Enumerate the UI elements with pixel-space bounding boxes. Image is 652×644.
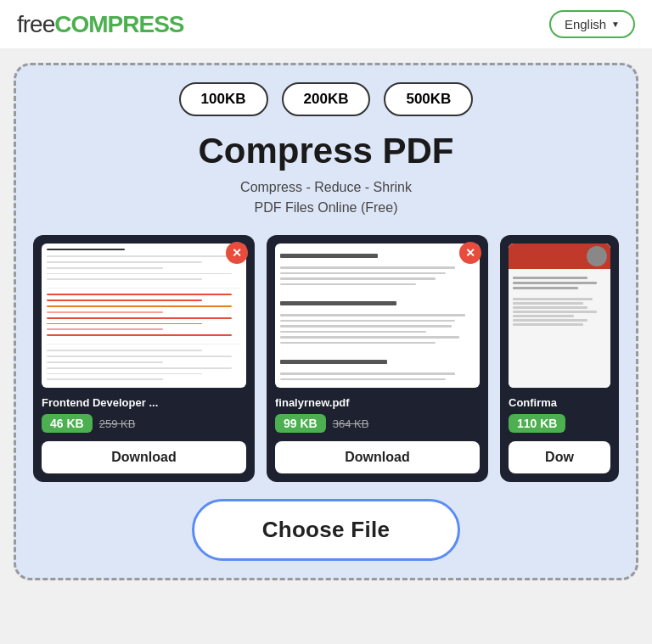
logo: freeCOMPRESS (17, 11, 184, 38)
card-1: ✕ Frontend Developer ... 46 KB 259 KB Do… (33, 235, 255, 482)
card-1-size-new: 46 KB (42, 414, 93, 433)
card-3-filename: Confirma (509, 396, 610, 409)
card-2-size-old: 364 KB (333, 417, 369, 430)
card-2-download-button[interactable]: Download (275, 441, 480, 473)
card-2-filename: finalyrnew.pdf (275, 396, 480, 409)
language-label: English (565, 17, 606, 31)
doc-preview-2 (275, 244, 480, 388)
card-1-filename: Frontend Developer ... (42, 396, 246, 409)
card-3-size-row: 110 KB (509, 414, 610, 433)
card-3-size-new: 110 KB (509, 414, 565, 433)
doc-preview-1 (42, 244, 246, 388)
size-100kb-button[interactable]: 100KB (179, 82, 268, 116)
logo-free: free (17, 11, 54, 37)
card-3: Confirma 110 KB Dow (500, 235, 619, 482)
page-title: Compress PDF (33, 132, 619, 171)
subtitle-line1: Compress - Reduce - Shrink (240, 180, 412, 194)
card-1-close-button[interactable]: ✕ (226, 242, 248, 264)
card-3-preview (509, 244, 610, 388)
subtitle: Compress - Reduce - Shrink PDF Files Onl… (33, 177, 619, 218)
size-options-row: 100KB 200KB 500KB (33, 82, 619, 116)
card-1-download-button[interactable]: Download (42, 441, 246, 473)
main-content: 100KB 200KB 500KB Compress PDF Compress … (0, 49, 652, 594)
card-2-close-button[interactable]: ✕ (459, 242, 481, 264)
size-500kb-button[interactable]: 500KB (384, 82, 473, 116)
card-1-size-row: 46 KB 259 KB (42, 414, 246, 433)
logo-compress: COMPRESS (54, 11, 183, 37)
card-3-download-button[interactable]: Dow (509, 441, 610, 473)
card-2: ✕ finalyrnew.pdf 99 KB 364 KB Download (267, 235, 488, 482)
choose-file-wrap: Choose File (33, 499, 619, 561)
subtitle-line2: PDF Files Online (Free) (255, 200, 398, 215)
language-selector[interactable]: English ▼ (549, 10, 635, 38)
card-2-preview (275, 244, 480, 388)
title-area: Compress PDF Compress - Reduce - Shrink … (33, 132, 619, 218)
choose-file-button[interactable]: Choose File (192, 499, 461, 561)
card-2-size-row: 99 KB 364 KB (275, 414, 480, 433)
card-1-size-old: 259 KB (99, 417, 136, 430)
size-200kb-button[interactable]: 200KB (282, 82, 371, 116)
dashed-container: 100KB 200KB 500KB Compress PDF Compress … (14, 63, 638, 580)
header: freeCOMPRESS English ▼ (0, 0, 652, 49)
card-1-preview (42, 244, 246, 388)
chevron-down-icon: ▼ (611, 20, 620, 29)
card-2-size-new: 99 KB (275, 414, 326, 433)
cards-row: ✕ Frontend Developer ... 46 KB 259 KB Do… (33, 235, 619, 482)
